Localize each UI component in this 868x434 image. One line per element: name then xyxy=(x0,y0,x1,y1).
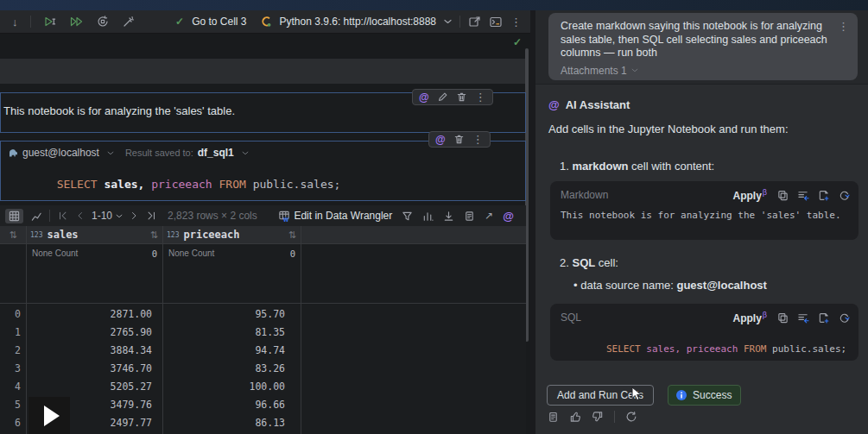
message-more-icon[interactable]: ⋮ xyxy=(838,21,849,32)
copy-response-icon[interactable] xyxy=(548,412,559,423)
table-row[interactable]: 4 5205.27 100.00 xyxy=(0,377,526,395)
assistant-title-row: @ AI Assistant xyxy=(548,98,630,111)
ai-cell-icon[interactable]: @ xyxy=(435,135,446,145)
sql-column: priceeach xyxy=(151,178,219,191)
ai-actions-icon[interactable]: @ xyxy=(503,211,514,222)
ai-cell-icon[interactable]: @ xyxy=(419,92,429,103)
next-page-icon[interactable] xyxy=(130,211,139,221)
retry-icon[interactable] xyxy=(625,411,637,423)
sql-keyword: FROM xyxy=(219,178,253,191)
cell-more-icon[interactable]: ⋮ xyxy=(475,91,486,103)
code-block-language: SQL xyxy=(561,311,732,324)
svg-text:W: W xyxy=(283,217,289,222)
regenerate-icon[interactable] xyxy=(838,312,850,324)
new-cell-icon[interactable] xyxy=(818,312,829,324)
python-icon xyxy=(260,16,272,28)
sql-table-ref: public.sales; xyxy=(253,178,341,191)
first-page-icon[interactable] xyxy=(57,211,68,221)
chevron-down-icon[interactable] xyxy=(107,151,114,155)
table-row[interactable]: 6 2497.77 86.13 xyxy=(0,413,526,431)
insert-at-caret-icon[interactable] xyxy=(797,312,809,324)
chart-view-icon[interactable] xyxy=(30,211,42,222)
step-1-label: 1. markdown cell with content: xyxy=(560,160,714,173)
grid-view-icon[interactable] xyxy=(5,209,23,223)
go-to-cell-button[interactable]: Go to Cell 3 xyxy=(192,16,246,28)
notebook-cell-gap[interactable] xyxy=(0,59,525,84)
copy-icon[interactable] xyxy=(777,190,789,201)
table-row[interactable]: 2 3884.34 94.74 xyxy=(0,341,526,359)
table-row[interactable]: 5 3479.76 96.66 xyxy=(0,395,526,413)
ai-assistant-icon: @ xyxy=(548,99,560,110)
markdown-code-block: Markdown Applyβ This notebook is for ana… xyxy=(550,181,858,240)
download-icon[interactable] xyxy=(443,211,454,222)
thumbs-down-icon[interactable] xyxy=(592,411,604,423)
result-variable-selector[interactable]: df_sql1 xyxy=(198,147,234,159)
row-header-sort[interactable]: ⇅ xyxy=(0,230,26,241)
success-badge: Success xyxy=(668,385,741,406)
ide-window: ↓ ✓ Go to Cell 3 xyxy=(0,0,868,434)
results-table: ⇅ 123 sales ⇅ 123 priceeach ⇅ None Cou xyxy=(0,226,526,434)
sql-code-block: SQL Applyβ SELECT sales, priceeach FROM … xyxy=(550,304,858,361)
divider xyxy=(459,16,460,28)
stats-value: 0 xyxy=(268,248,295,259)
export-chart-icon[interactable] xyxy=(422,211,434,222)
attachments-toggle[interactable]: Attachments 1 xyxy=(561,65,846,77)
column-header-priceeach[interactable]: 123 priceeach ⇅ xyxy=(162,229,301,241)
notebook-pane: ↓ ✓ Go to Cell 3 xyxy=(0,10,535,434)
jupyter-console-icon[interactable] xyxy=(489,16,503,28)
edit-cell-icon[interactable] xyxy=(437,91,448,103)
page-range-selector[interactable]: 1-10 xyxy=(92,210,123,222)
last-page-icon[interactable] xyxy=(146,211,157,221)
delete-cell-icon[interactable] xyxy=(453,134,465,145)
clear-outputs-icon[interactable] xyxy=(122,15,136,28)
sql-code-line[interactable]: SELECT sales, priceeach FROM public.sale… xyxy=(1,159,525,204)
step-2-label: 2. SQL cell: xyxy=(560,256,618,269)
copy-icon[interactable] xyxy=(777,312,789,324)
video-play-overlay[interactable] xyxy=(29,397,70,434)
notebook-toolbar: ↓ ✓ Go to Cell 3 xyxy=(0,10,530,34)
apply-button[interactable]: Applyβ xyxy=(732,188,767,202)
filter-icon[interactable] xyxy=(402,211,413,222)
ai-assistant-panel: Create markdown saying this notebook is … xyxy=(535,10,868,434)
stats-label: None Count xyxy=(168,248,214,258)
run-all-cells-icon[interactable] xyxy=(69,15,84,28)
column-header-sales[interactable]: 123 sales ⇅ xyxy=(26,229,162,241)
sql-column: sales, xyxy=(104,178,151,191)
user-message-text: Create markdown saying this notebook is … xyxy=(561,20,833,60)
thumbs-up-icon[interactable] xyxy=(569,411,581,423)
feedback-toolbar xyxy=(548,411,637,423)
new-cell-icon[interactable] xyxy=(818,190,829,201)
chevron-down-icon[interactable] xyxy=(444,19,452,24)
play-icon xyxy=(44,406,60,426)
apply-button[interactable]: Applyβ xyxy=(732,311,767,324)
table-header-row: ⇅ 123 sales ⇅ 123 priceeach ⇅ xyxy=(0,226,526,244)
markdown-code-content[interactable]: This notebook is for analyzing the 'sale… xyxy=(550,202,858,221)
copy-icon[interactable] xyxy=(464,211,475,222)
mouse-cursor xyxy=(631,387,644,401)
restart-kernel-icon[interactable] xyxy=(96,15,110,28)
table-row[interactable]: 0 2871.00 95.70 xyxy=(0,305,526,323)
open-in-editor-icon[interactable]: ↗ xyxy=(485,210,493,222)
toolbar-more-icon[interactable]: ⋮ xyxy=(510,16,522,28)
table-row[interactable]: 1 2765.90 81.35 xyxy=(0,323,526,341)
datasource-selector[interactable]: guest@localhost xyxy=(22,147,99,159)
result-saved-label: Result saved to: xyxy=(125,148,193,158)
sort-icon[interactable]: ⇅ xyxy=(288,230,296,241)
sql-cell[interactable]: guest@localhost Result saved to: df_sql1… xyxy=(0,141,526,201)
info-icon xyxy=(675,389,687,401)
assistant-title: AI Assistant xyxy=(566,98,630,111)
kernel-selector[interactable]: Python 3.9.6: http://localhost:8888 xyxy=(280,16,436,28)
table-row[interactable]: 3 3746.70 83.26 xyxy=(0,359,526,377)
sort-icon[interactable]: ⇅ xyxy=(150,230,158,241)
cell-more-icon[interactable]: ⋮ xyxy=(472,134,484,145)
chevron-down-icon[interactable] xyxy=(242,151,249,155)
delete-cell-icon[interactable] xyxy=(456,91,467,103)
edit-in-data-wrangler-button[interactable]: W Edit in Data Wrangler xyxy=(278,210,392,222)
insert-at-caret-icon[interactable] xyxy=(797,190,809,201)
regenerate-icon[interactable] xyxy=(838,190,850,201)
scroll-down-icon[interactable]: ↓ xyxy=(12,16,18,28)
open-in-window-icon[interactable] xyxy=(468,16,481,28)
sql-code-content[interactable]: SELECT sales, priceeach FROM public.sale… xyxy=(550,324,858,366)
previous-page-icon[interactable] xyxy=(75,211,85,221)
run-cell-icon[interactable] xyxy=(43,15,57,28)
